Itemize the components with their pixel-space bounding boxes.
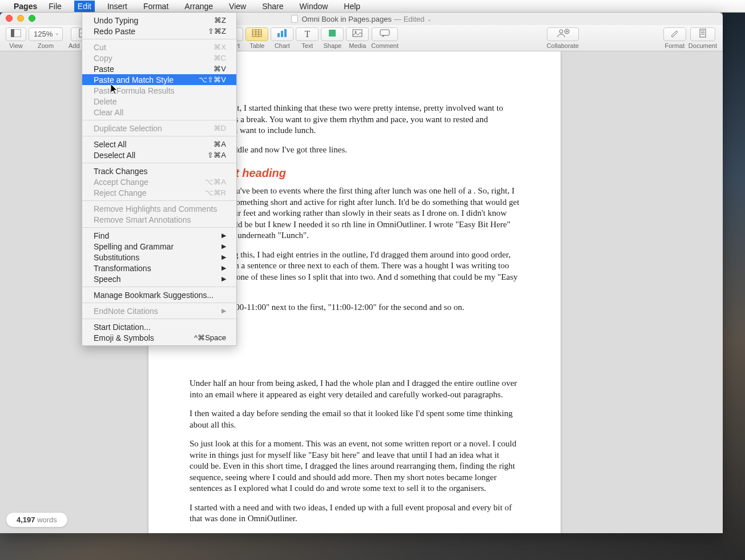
menu-item-label: Speech [94,275,120,284]
media-icon [352,29,363,39]
minimize-button[interactable] [17,15,24,22]
document-title[interactable]: Omni Book in Pages.pages [301,15,392,23]
menu-item-speech[interactable]: Speech▶ [82,273,236,284]
svg-rect-14 [284,29,287,37]
submenu-arrow-icon: ▶ [222,264,226,272]
body-paragraph[interactable]: know this, you've been to events where t… [190,186,520,241]
menu-share[interactable]: Share [259,1,287,12]
menu-item-label: Emoji & Symbols [94,333,154,343]
body-paragraph[interactable]: I then waited a day before sending the e… [190,408,520,430]
menu-shortcut: ⌘Z [214,16,226,25]
heading[interactable]: mportant heading [190,167,520,180]
document-button[interactable] [690,27,715,41]
format-button[interactable] [663,27,686,41]
menu-shortcut: ^⌘Space [194,333,226,342]
title-menu-chevron-icon[interactable]: ⌄ [427,16,432,22]
svg-rect-18 [380,30,389,35]
menu-item-select-all[interactable]: Select All⌘A [82,139,236,150]
table-button[interactable] [245,27,268,41]
menu-item-cut: Cut⌘X [82,42,236,53]
menu-shortcut: ⌘X [214,43,226,51]
menu-item-paste-and-match-style[interactable]: Paste and Match Style⌥⇧⌘V [82,74,236,85]
menu-window[interactable]: Window [296,1,332,12]
menu-item-manage-bookmark-suggestions[interactable]: Manage Bookmark Suggestions... [82,289,236,300]
menu-item-delete: Delete [82,96,236,107]
menu-item-emoji-symbols[interactable]: Emoji & Symbols^⌘Space [82,332,236,343]
document-proxy-icon[interactable] [291,15,298,23]
media-label: Media [349,42,366,49]
media-button[interactable] [346,27,369,41]
menu-item-paste-formula-results: Paste Formula Results [82,85,236,96]
zoom-label: Zoom [38,42,54,49]
menu-shortcut: ⌘D [214,124,226,132]
menu-item-substitutions[interactable]: Substitutions▶ [82,252,236,263]
svg-rect-12 [277,33,280,37]
body-paragraph[interactable]: ings like "10:00-11:00" next to the firs… [190,302,520,313]
menu-item-label: Reject Change [94,188,147,198]
menu-item-start-dictation[interactable]: Start Dictation... [82,321,236,332]
menu-insert[interactable]: Insert [104,1,131,12]
sidebar-icon [11,29,21,39]
menu-item-spelling-and-grammar[interactable]: Spelling and Grammar▶ [82,241,236,252]
shape-button[interactable] [321,27,344,41]
menu-format[interactable]: Format [140,1,172,12]
desktop-background [723,13,745,560]
view-button[interactable] [6,27,26,41]
menu-arrange[interactable]: Arrange [181,1,216,12]
menu-item-label: Undo Typing [94,16,138,25]
menu-item-endnote-citations: EndNote Citations▶ [82,305,236,316]
person-add-icon [556,29,570,39]
text-button[interactable]: T [296,27,319,41]
menu-shortcut: ⌘C [214,54,226,62]
menu-item-paste[interactable]: Paste⌘V [82,63,236,74]
menu-item-redo-paste[interactable]: Redo Paste⇧⌘Z [82,26,236,37]
menu-bar: Pages File Edit Insert Format Arrange Vi… [0,0,745,13]
menu-item-transformations[interactable]: Transformations▶ [82,263,236,273]
chart-button[interactable] [271,27,293,41]
menu-item-duplicate-selection: Duplicate Selection⌘D [82,123,236,134]
collaborate-label: Collaborate [547,42,579,49]
shape-icon [328,29,337,39]
menu-item-find[interactable]: Find▶ [82,230,236,241]
submenu-arrow-icon: ▶ [222,232,226,239]
body-paragraph[interactable]: was doing that, I started thinking that … [190,103,520,136]
menu-shortcut: ⌥⌘R [205,188,226,197]
view-label: View [9,42,23,49]
body-paragraph[interactable]: Which, by the way, now has a detailed ou… [190,533,520,534]
body-paragraph[interactable]: oes in the middle and now I've got three… [190,144,520,156]
comment-icon [379,29,390,39]
menu-item-label: Accept Change [94,178,148,187]
menu-item-label: Paste [94,65,114,74]
menu-item-undo-typing[interactable]: Undo Typing⌘Z [82,15,236,26]
menu-item-accept-change: Accept Change⌥⌘A [82,176,236,187]
body-paragraph[interactable]: Under half an hour from being asked, I h… [190,378,520,400]
menu-shortcut: ⌥⇧⌘V [199,75,226,84]
edited-indicator: — Edited [394,15,424,23]
comment-button[interactable] [372,27,398,41]
collaborate-button[interactable] [547,27,579,41]
menu-view[interactable]: View [225,1,249,12]
menu-item-label: Remove Smart Annotations [94,215,191,224]
menu-item-label: Start Dictation... [94,323,151,332]
app-menu[interactable]: Pages [14,2,37,11]
menu-item-label: Clear All [94,108,123,117]
menu-item-label: Remove Highlights and Comments [94,204,217,213]
menu-item-label: Track Changes [94,167,147,176]
menu-item-label: Duplicate Selection [94,124,162,133]
menu-edit[interactable]: Edit [74,1,95,12]
svg-rect-1 [11,29,14,37]
menu-item-label: Select All [94,140,127,149]
menu-help[interactable]: Help [340,1,364,12]
body-paragraph[interactable]: minutes doing this, I had eight entries … [190,249,520,294]
zoom-button[interactable] [29,15,35,22]
menu-shortcut: ⌘V [214,65,226,73]
zoom-select[interactable]: 125% ⌄ [29,27,63,41]
body-paragraph[interactable]: I started with a need and with two ideas… [190,502,520,525]
menu-item-deselect-all[interactable]: Deselect All⇧⌘A [82,150,236,160]
menu-file[interactable]: File [45,1,65,12]
menu-item-track-changes[interactable]: Track Changes [82,166,236,176]
close-button[interactable] [6,15,13,22]
svg-rect-13 [281,31,283,37]
body-paragraph[interactable]: So just look at this for a moment. This … [190,438,520,494]
word-count-pill[interactable]: 4,197 words [6,512,68,527]
